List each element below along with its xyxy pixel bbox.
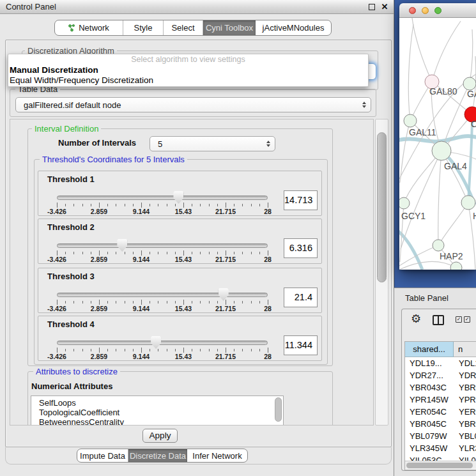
table-cell-name: YER0 <box>454 406 476 418</box>
threshold-4-label: Threshold 4 <box>47 319 95 329</box>
split-columns-icon[interactable] <box>433 315 444 325</box>
table-row[interactable]: YBR043CYBR0 <box>405 381 476 394</box>
column-header-shared-name[interactable]: shared... <box>405 342 454 357</box>
thresholds-coordinates-label: Threshold's Coordinates for 5 Intervals <box>40 155 187 164</box>
slider-tick-label: 28 <box>264 208 272 215</box>
threshold-1-slider-thumb[interactable] <box>173 191 183 204</box>
column-header-name[interactable]: n <box>454 342 476 357</box>
threshold-3-slider-track[interactable] <box>57 293 268 297</box>
tab-jactivemnodules[interactable]: jActiveMNodules <box>256 20 331 35</box>
slider-tick-label: -3.426 <box>47 256 66 263</box>
node-label: GA <box>467 89 476 99</box>
number-of-intervals-combobox[interactable]: 5 <box>150 136 275 151</box>
algorithm-option[interactable]: Equal Width/Frequency Discretization <box>8 75 368 86</box>
threshold-4-slider-track[interactable] <box>57 341 268 345</box>
table-row[interactable]: YLR345WYLR3 <box>405 442 476 454</box>
threshold-2-slider-track[interactable] <box>57 243 268 248</box>
tab-label: Style <box>134 23 153 33</box>
gear-icon[interactable]: ⚙ <box>411 312 421 326</box>
table-row[interactable]: YDR27...YDR2 <box>405 369 476 381</box>
algorithm-option[interactable]: Manual Discretization <box>8 65 368 75</box>
tab-impute-data[interactable]: Impute Data <box>77 449 128 462</box>
network-node-gal11[interactable] <box>404 114 417 127</box>
threshold-1-slider-track[interactable] <box>57 196 268 200</box>
network-node-gal4[interactable] <box>432 141 451 160</box>
control-panel-tabs: NetworkStyleSelectCyni ToolboxjActiveMNo… <box>54 20 332 36</box>
slider-tick-labels: -3.4262.8599.14415.4321.71528 <box>38 256 321 263</box>
node-label: GCY1 <box>401 211 426 221</box>
tab-select[interactable]: Select <box>164 20 203 35</box>
control-panel: Control Panel ✕ NetworkStyleSelectCyni T… <box>0 0 394 476</box>
horizontal-scrollbar-thumb[interactable] <box>406 463 473 468</box>
attributes-list-scrollbar[interactable] <box>275 397 282 422</box>
network-node-hap2[interactable] <box>433 240 444 251</box>
table-row[interactable]: YBR045CYBR0 <box>405 418 476 430</box>
threshold-1-panel: Threshold 1 -3.4262.8599.14415.4321.7152… <box>38 171 322 216</box>
tab-infer-network[interactable]: Infer Network <box>187 449 247 462</box>
tab-network[interactable]: Network <box>55 20 123 35</box>
table-cell-name: YBL0 <box>454 430 476 442</box>
float-window-button[interactable] <box>369 4 375 10</box>
threshold-2-slider-thumb[interactable] <box>117 239 127 252</box>
table-row[interactable]: YER054CYER0 <box>405 406 476 418</box>
threshold-4-slider-thumb[interactable] <box>151 336 161 349</box>
numerical-attributes-label: Numerical Attributes <box>31 381 112 391</box>
table-data-combobox[interactable]: galFiltered.sif default node <box>15 97 371 112</box>
attribute-item[interactable]: TopologicalCoefficient <box>31 408 283 417</box>
close-panel-button[interactable]: ✕ <box>380 1 389 13</box>
slider-tick-label: 28 <box>264 256 272 263</box>
network-graph: GAL80GACGAL11GAL4GCY1HHAP2 <box>399 18 476 270</box>
threshold-2-label: Threshold 2 <box>47 222 95 232</box>
apply-button[interactable]: Apply <box>142 429 178 443</box>
attribute-item[interactable]: BetweennessCentrality <box>31 417 283 426</box>
interval-definition-label: Interval Definition <box>32 124 101 134</box>
table-cell-name: YBR0 <box>454 381 476 394</box>
table-cell-shared-name: YBR043C <box>405 381 454 394</box>
tab-label: Select <box>171 23 194 33</box>
network-node-ga[interactable] <box>463 77 476 90</box>
minimize-window-button[interactable] <box>422 7 429 14</box>
table-cell-shared-name: YLR345W <box>405 442 454 454</box>
threshold-4-value-field[interactable]: 11.344 <box>284 335 318 355</box>
threshold-2-value-field[interactable]: 6.316 <box>284 238 318 258</box>
close-window-button[interactable] <box>409 7 416 14</box>
node-label: GAL80 <box>429 86 457 96</box>
table-row[interactable]: YDL19...YDL1 <box>405 357 476 369</box>
tab-style[interactable]: Style <box>123 20 164 35</box>
table-data-selected-value: galFiltered.sif default node <box>24 98 121 112</box>
tab-cyni-toolbox[interactable]: Cyni Toolbox <box>203 20 256 35</box>
attribute-item[interactable]: SelfLoops <box>31 398 283 408</box>
slider-tick-label: 9.144 <box>133 256 150 263</box>
threshold-1-value-field[interactable]: 14.713 <box>284 190 318 210</box>
zoom-window-button[interactable] <box>434 7 441 14</box>
table-row[interactable]: YBL079WYBL0 <box>405 430 476 442</box>
node-label: HAP2 <box>440 251 463 261</box>
slider-tick-labels: -3.4262.8599.14415.4321.71528 <box>38 208 321 215</box>
slider-tick-label: 15.43 <box>175 208 192 215</box>
table-panel-title: Table Panel <box>405 288 449 309</box>
network-node-gcy1[interactable] <box>399 197 410 209</box>
table-cell-shared-name: YDL19... <box>405 357 454 369</box>
checkbox-icon[interactable]: ✓ <box>464 316 470 323</box>
threshold-2-panel: Threshold 2 -3.4262.8599.14415.4321.7152… <box>38 219 322 264</box>
tab-label: jActiveMNodules <box>263 23 325 33</box>
threshold-3-slider-thumb[interactable] <box>219 288 229 301</box>
algorithm-dropdown-popup: Select algorithm to view settings Manual… <box>8 54 369 87</box>
slider-tick-label: 15.43 <box>175 256 192 263</box>
checkbox-icon[interactable]: ✓ <box>456 316 462 323</box>
threshold-1-label: Threshold 1 <box>47 174 95 184</box>
network-node-h[interactable] <box>461 196 475 210</box>
node-label: C <box>471 119 476 129</box>
slider-tick-labels: -3.4262.8599.14415.4321.71528 <box>38 305 321 312</box>
cyni-bottom-tabs: Impute DataDiscretize DataInfer Network <box>77 449 248 463</box>
table-row[interactable]: YPR145WYPR1 <box>405 394 476 406</box>
network-canvas[interactable]: GAL80GACGAL11GAL4GCY1HHAP2 <box>399 18 476 270</box>
tab-discretize-data[interactable]: Discretize Data <box>128 449 187 462</box>
slider-tick-label: -3.426 <box>47 305 66 312</box>
slider-tick-label: 2.859 <box>91 353 107 360</box>
threshold-3-value-field[interactable]: 21.4 <box>284 288 318 307</box>
slider-tick-label: 15.43 <box>175 353 192 360</box>
vertical-scrollbar-thumb[interactable] <box>377 132 387 282</box>
table-header-row: shared... n <box>405 342 476 357</box>
control-panel-title: Control Panel <box>6 0 56 14</box>
